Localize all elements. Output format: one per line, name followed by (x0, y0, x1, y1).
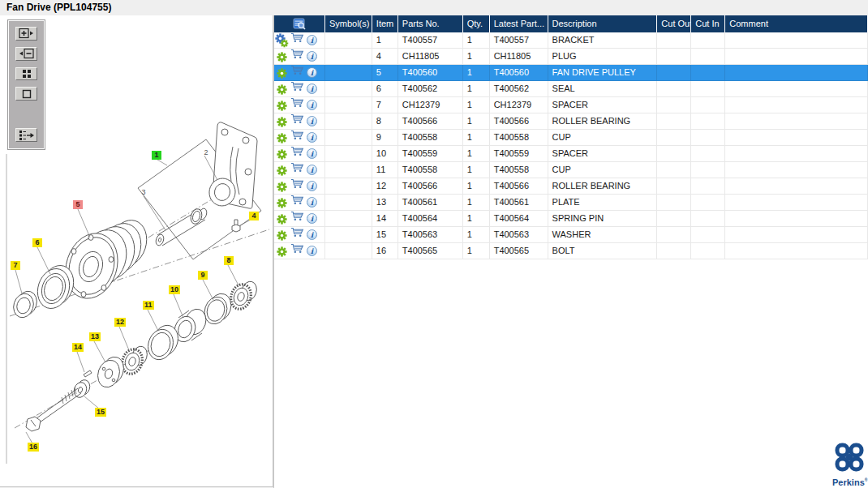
info-icon[interactable]: i (307, 148, 317, 159)
grid-body: i 1 T400557 1 T400557 BRACKET i (274, 32, 868, 259)
zoom-out-button[interactable] (15, 47, 37, 61)
part-callout-7[interactable]: 7 (11, 261, 20, 270)
part-callout-15[interactable]: 15 (95, 408, 106, 417)
table-row[interactable]: i 16 T400565 1 T400565 BOLT (274, 243, 868, 259)
part-callout-1[interactable]: 1 (152, 151, 161, 160)
part-callout-12[interactable]: 12 (114, 318, 126, 327)
parts-no-cell: T400565 (398, 243, 463, 259)
cut-out-cell (657, 113, 691, 130)
table-row[interactable]: i 13 T400561 1 T400561 PLATE (274, 195, 868, 211)
gear-icon[interactable] (277, 229, 288, 241)
table-row[interactable]: i 10 T400559 1 T400559 SPACER (274, 146, 868, 162)
cart-icon[interactable] (290, 32, 304, 48)
cart-icon[interactable] (290, 146, 304, 161)
info-icon[interactable]: i (307, 197, 317, 208)
info-icon[interactable]: i (307, 51, 317, 62)
gear-icon[interactable] (277, 165, 288, 176)
symbol-cell (325, 211, 372, 227)
gear-icon[interactable] (277, 100, 288, 111)
gear-icon[interactable] (277, 83, 288, 95)
cart-icon[interactable] (290, 178, 304, 194)
info-icon[interactable]: i (307, 213, 317, 224)
symbol-cell (325, 65, 372, 81)
part-callout-14[interactable]: 14 (72, 343, 84, 352)
info-icon[interactable]: i (307, 116, 317, 126)
info-icon[interactable]: i (307, 229, 317, 240)
column-header-item[interactable]: Item (372, 15, 398, 32)
table-row[interactable]: i 12 T400566 1 T400566 ROLLER BEARING (274, 178, 868, 195)
column-header-cut-in[interactable]: Cut In (691, 15, 725, 32)
table-row[interactable]: i 8 T400566 1 T400566 ROLLER BEARING (274, 113, 868, 130)
cart-icon[interactable] (290, 227, 304, 242)
cart-icon[interactable] (290, 195, 304, 210)
parts-no-cell: T400557 (398, 32, 463, 49)
parts-no-cell: CH12379 (398, 97, 463, 113)
cart-icon[interactable] (290, 81, 304, 96)
column-header-comment[interactable]: Comment (725, 15, 868, 32)
table-row[interactable]: i 14 T400564 1 T400564 SPRING PIN (274, 211, 868, 227)
gear-icon[interactable] (277, 246, 288, 257)
part-callout-6[interactable]: 6 (32, 238, 42, 247)
description-cell: SPACER (548, 146, 658, 162)
cut-out-cell (657, 211, 691, 227)
table-row[interactable]: i 1 T400557 1 T400557 BRACKET (274, 32, 868, 49)
column-header-cut-out[interactable]: Cut Out (657, 15, 691, 32)
cart-icon[interactable] (290, 243, 304, 259)
parts-no-cell: T400559 (398, 146, 463, 162)
actual-size-button[interactable] (15, 87, 37, 101)
cart-icon[interactable] (290, 211, 304, 226)
part-callout-5[interactable]: 5 (73, 200, 83, 209)
table-row[interactable]: i 9 T400558 1 T400558 CUP (274, 130, 868, 146)
part-callout-8[interactable]: 8 (224, 256, 234, 265)
part-callout-13[interactable]: 13 (89, 332, 101, 341)
part-callout-3[interactable]: 3 (139, 188, 148, 197)
parts-no-cell: CH11805 (398, 49, 463, 65)
column-header-latest-part[interactable]: Latest Part... (490, 15, 548, 32)
cart-icon[interactable] (290, 49, 304, 64)
info-icon[interactable]: i (307, 246, 317, 256)
part-callout-2[interactable]: 2 (201, 148, 211, 157)
info-icon[interactable]: i (307, 100, 317, 110)
info-icon[interactable]: i (307, 35, 317, 45)
description-cell: SEAL (548, 81, 658, 97)
part-callout-9[interactable]: 9 (198, 271, 208, 280)
zoom-in-button[interactable] (15, 27, 37, 41)
info-icon[interactable]: i (307, 83, 317, 94)
column-header-description[interactable]: Description (548, 15, 658, 32)
column-header-qty[interactable]: Qty. (463, 15, 490, 32)
info-icon[interactable]: i (307, 165, 317, 175)
column-header-parts-no[interactable]: Parts No. (398, 15, 463, 32)
info-icon[interactable]: i (307, 67, 317, 78)
gear-icon[interactable] (277, 132, 288, 143)
table-row[interactable]: i 15 T400563 1 T400563 WASHER (274, 227, 868, 243)
info-icon[interactable]: i (307, 132, 317, 143)
part-callout-16[interactable]: 16 (28, 443, 39, 452)
gear-icon[interactable] (277, 213, 288, 225)
cart-icon[interactable] (290, 65, 304, 80)
search-list-icon[interactable] (274, 15, 325, 32)
table-row[interactable]: i 7 CH12379 1 CH12379 SPACER (274, 97, 868, 113)
part-callout-11[interactable]: 11 (143, 301, 154, 310)
table-row[interactable]: i 5 T400560 1 T400560 FAN DRIVE PULLEY (274, 65, 868, 81)
gear-icon[interactable] (277, 51, 288, 62)
toggle-parts-list-button[interactable] (15, 128, 37, 142)
table-row[interactable]: i 4 CH11805 1 CH11805 PLUG (274, 49, 868, 65)
table-row[interactable]: i 6 T400562 1 T400562 SEAL (274, 81, 868, 97)
cart-icon[interactable] (290, 97, 304, 113)
latest-part-cell: CH11805 (490, 49, 548, 65)
column-header-symbols[interactable]: Symbol(s) (325, 15, 372, 32)
cart-icon[interactable] (290, 130, 304, 145)
cart-icon[interactable] (290, 162, 304, 178)
gear-icon[interactable] (277, 116, 288, 127)
gear-icon[interactable] (277, 35, 288, 46)
gear-icon[interactable] (277, 148, 288, 160)
fit-view-button[interactable] (15, 67, 37, 81)
cart-icon[interactable] (290, 113, 304, 129)
part-callout-4[interactable]: 4 (249, 212, 259, 220)
part-callout-10[interactable]: 10 (169, 285, 180, 294)
info-icon[interactable]: i (307, 181, 317, 191)
gear-icon[interactable] (277, 181, 288, 192)
table-row[interactable]: i 11 T400558 1 T400558 CUP (274, 162, 868, 178)
gear-icon[interactable] (277, 197, 288, 208)
gear-icon[interactable] (277, 67, 288, 79)
